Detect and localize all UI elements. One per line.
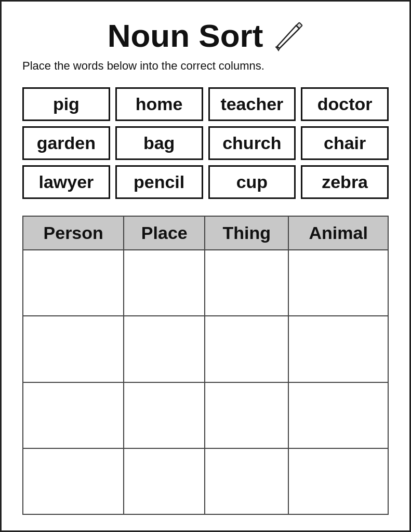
table-cell[interactable] (124, 382, 205, 448)
word-card-zebra[interactable]: zebra (301, 165, 389, 199)
word-card-chair[interactable]: chair (301, 126, 389, 160)
table-row (23, 382, 388, 448)
table-row (23, 316, 388, 382)
table-cell[interactable] (23, 316, 124, 382)
col-header-place: Place (124, 216, 205, 250)
table-cell[interactable] (288, 382, 388, 448)
sort-table: Person Place Thing Animal (22, 216, 389, 515)
table-cell[interactable] (288, 316, 388, 382)
col-header-thing: Thing (205, 216, 288, 250)
word-card-teacher[interactable]: teacher (208, 87, 296, 121)
col-header-animal: Animal (288, 216, 388, 250)
table-cell[interactable] (205, 316, 288, 382)
word-card-home[interactable]: home (115, 87, 203, 121)
table-cell[interactable] (23, 448, 124, 514)
table-cell[interactable] (124, 250, 205, 316)
table-cell[interactable] (124, 448, 205, 514)
word-card-bag[interactable]: bag (115, 126, 203, 160)
table-cell[interactable] (288, 250, 388, 316)
table-cell[interactable] (205, 448, 288, 514)
table-cell[interactable] (124, 316, 205, 382)
table-cell[interactable] (205, 382, 288, 448)
col-header-person: Person (23, 216, 124, 250)
svg-marker-0 (276, 25, 299, 48)
word-card-lawyer[interactable]: lawyer (22, 165, 110, 199)
table-cell[interactable] (205, 250, 288, 316)
word-card-garden[interactable]: garden (22, 126, 110, 160)
table-cell[interactable] (23, 382, 124, 448)
table-cell[interactable] (23, 250, 124, 316)
word-grid: pig home teacher doctor garden bag churc… (22, 87, 389, 199)
header: Noun Sort (22, 17, 389, 54)
word-card-cup[interactable]: cup (208, 165, 296, 199)
word-card-doctor[interactable]: doctor (301, 87, 389, 121)
subtitle: Place the words below into the correct c… (22, 59, 389, 73)
word-card-pig[interactable]: pig (22, 87, 110, 121)
pencil-icon (272, 20, 303, 51)
page-title: Noun Sort (108, 17, 263, 54)
page: Noun Sort Place the words below into the… (0, 0, 411, 532)
word-card-pencil[interactable]: pencil (115, 165, 203, 199)
table-cell[interactable] (288, 448, 388, 514)
table-row (23, 448, 388, 514)
table-row (23, 250, 388, 316)
word-card-church[interactable]: church (208, 126, 296, 160)
